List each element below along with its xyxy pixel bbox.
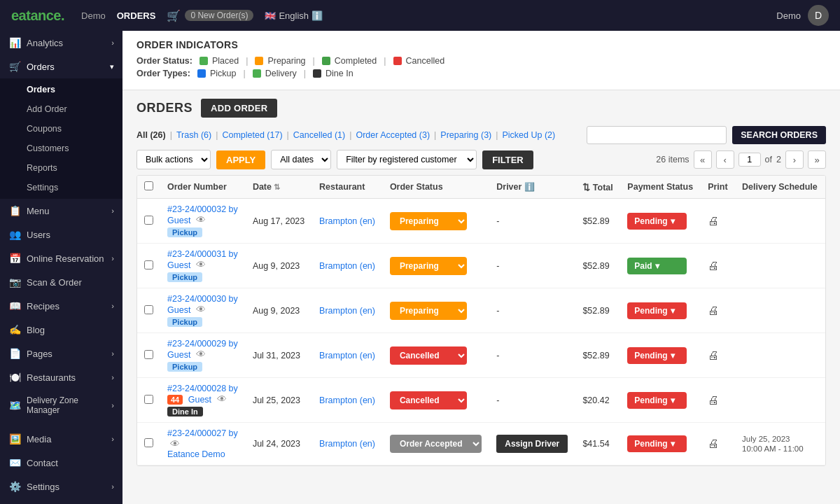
orders-nav-link[interactable]: ORDERS — [117, 10, 156, 21]
order-status-dropdown[interactable]: Preparing — [390, 302, 467, 320]
demo-nav-link[interactable]: Demo — [81, 10, 106, 21]
order-status-dropdown[interactable]: Cancelled — [390, 346, 467, 365]
language-selector[interactable]: 🇬🇧 English ℹ️ — [265, 10, 323, 21]
restaurant-link[interactable]: Brampton (en) — [319, 351, 375, 360]
payment-status-button[interactable]: Pending ▾ — [627, 302, 687, 319]
sidebar-item-restaurants[interactable]: 🍽️ Restaurants › — [0, 365, 122, 389]
order-customer-link[interactable]: Guest — [167, 350, 190, 360]
sidebar-item-analytics[interactable]: 📊 Analytics › — [0, 31, 122, 55]
tab-order-accepted[interactable]: Order Accepted (3) — [356, 130, 430, 140]
last-page-nav[interactable]: » — [808, 150, 826, 169]
order-customer-link[interactable]: Eatance Demo — [167, 449, 225, 459]
tab-cancelled[interactable]: Cancelled (1) — [293, 130, 345, 140]
sidebar-item-delivery-zone[interactable]: 🗺️ Delivery Zone Manager › — [0, 389, 122, 421]
order-customer-link[interactable]: Guest — [167, 305, 190, 315]
page-number-input[interactable] — [738, 153, 761, 167]
sidebar-item-recipes[interactable]: 📖 Recipes › — [0, 294, 122, 318]
order-status-dropdown[interactable]: Preparing — [390, 257, 467, 275]
tab-preparing[interactable]: Preparing (3) — [440, 130, 491, 140]
row-checkbox[interactable] — [144, 216, 153, 225]
sidebar-item-orders[interactable]: 🛒 Orders ▾ — [0, 55, 122, 78]
restaurant-link[interactable]: Brampton (en) — [319, 396, 375, 405]
payment-status-button[interactable]: Pending ▾ — [627, 435, 687, 452]
order-customer-link[interactable]: Guest — [167, 260, 190, 270]
cart-nav-button[interactable]: 🛒 0 New Order(s) — [167, 9, 253, 22]
driver-info-icon[interactable]: ℹ️ — [524, 182, 535, 192]
restaurant-link[interactable]: Brampton (en) — [319, 306, 375, 316]
payment-status-button[interactable]: Paid ▾ — [627, 258, 687, 274]
tab-trash[interactable]: Trash (6) — [176, 130, 211, 140]
order-number-link[interactable]: #23-24/000031 by — [167, 249, 239, 259]
sidebar-item-scan-order[interactable]: 📷 Scan & Order — [0, 270, 122, 294]
sidebar-item-media[interactable]: 🖼️ Media › — [0, 427, 122, 451]
restaurant-link[interactable]: Brampton (en) — [319, 216, 375, 226]
avatar[interactable]: D — [808, 5, 829, 26]
sidebar-sub-reports[interactable]: Reports — [0, 158, 122, 178]
view-order-icon[interactable]: 👁 — [196, 214, 206, 225]
view-order-icon[interactable]: 👁 — [196, 259, 206, 270]
tab-picked-up[interactable]: Picked Up (2) — [503, 130, 556, 140]
sidebar-sub-coupons[interactable]: Coupons — [0, 119, 122, 139]
order-status-dropdown[interactable]: Preparing — [390, 212, 467, 230]
tab-completed[interactable]: Completed (17) — [222, 130, 282, 140]
col-driver[interactable]: Driver ℹ️ — [489, 176, 575, 199]
col-total[interactable]: ⇅ Total — [575, 176, 620, 199]
print-icon[interactable]: 🖨 — [708, 304, 719, 316]
sidebar-item-online-reservation[interactable]: 📅 Online Reservation › — [0, 246, 122, 270]
prev-page-nav[interactable]: ‹ — [716, 150, 734, 169]
tab-all[interactable]: All (26) — [136, 130, 166, 140]
sidebar-item-settings[interactable]: ⚙️ Settings › — [0, 475, 122, 498]
print-icon[interactable]: 🖨 — [708, 215, 719, 227]
sidebar-sub-settings[interactable]: Settings — [0, 178, 122, 197]
order-number-link[interactable]: #23-24/000028 by — [167, 384, 239, 393]
payment-status-button[interactable]: Pending ▾ — [627, 347, 687, 364]
order-number-link[interactable]: #23-24/000030 by — [167, 294, 239, 304]
sidebar-item-users[interactable]: 👥 Users — [0, 223, 122, 246]
date-sort-icon[interactable]: ⇅ — [274, 183, 280, 191]
order-status-dropdown[interactable]: Order Accepted — [390, 435, 482, 453]
print-icon[interactable]: 🖨 — [708, 438, 719, 449]
print-icon[interactable]: 🖨 — [708, 349, 719, 361]
select-all-checkbox[interactable] — [144, 181, 153, 190]
sidebar-item-blog[interactable]: ✍️ Blog — [0, 318, 122, 342]
payment-status-button[interactable]: Pending ▾ — [627, 213, 687, 230]
row-checkbox[interactable] — [144, 438, 153, 447]
bulk-actions-select[interactable]: Bulk actions — [136, 150, 211, 169]
sidebar-sub-customers[interactable]: Customers — [0, 139, 122, 158]
order-number-link[interactable]: #23-24/000032 by — [167, 204, 239, 214]
view-order-icon[interactable]: 👁 — [196, 349, 206, 360]
row-checkbox[interactable] — [144, 350, 153, 359]
col-date[interactable]: Date ⇅ — [246, 176, 312, 199]
sidebar-item-menu[interactable]: 📋 Menu › — [0, 199, 122, 223]
sidebar-sub-orders[interactable]: Orders — [0, 80, 122, 99]
sidebar-sub-add-order[interactable]: Add Order — [0, 99, 122, 119]
customer-filter-select[interactable]: Filter by registered customer — [337, 150, 477, 169]
sidebar-item-wpml[interactable]: 🌐 WPML › — [0, 498, 122, 504]
row-checkbox[interactable] — [144, 260, 153, 270]
filter-button[interactable]: FILTER — [482, 150, 533, 169]
row-checkbox[interactable] — [144, 395, 153, 404]
row-checkbox[interactable] — [144, 305, 153, 314]
order-restaurant-cell[interactable]: Brampton (en) — [312, 199, 383, 244]
print-icon[interactable]: 🖨 — [708, 394, 719, 406]
sidebar-item-pages[interactable]: 📄 Pages › — [0, 342, 122, 365]
restaurant-link[interactable]: Brampton (en) — [319, 261, 375, 271]
view-order-icon[interactable]: 👁 — [217, 393, 227, 405]
payment-status-button[interactable]: Pending ▾ — [627, 392, 687, 409]
order-number-link[interactable]: #23-24/000029 by — [167, 339, 239, 349]
add-order-button[interactable]: ADD ORDER — [201, 99, 277, 118]
first-page-nav[interactable]: « — [694, 150, 712, 169]
order-customer-link[interactable]: Guest — [167, 216, 190, 225]
order-number-link[interactable]: #23-24/000027 by — [167, 428, 239, 438]
apply-button[interactable]: APPLY — [216, 150, 265, 169]
all-dates-select[interactable]: All dates — [271, 150, 331, 169]
order-status-dropdown[interactable]: Cancelled — [390, 391, 467, 410]
next-page-nav[interactable]: › — [785, 150, 804, 169]
view-order-icon[interactable]: 👁 — [196, 304, 206, 315]
search-orders-button[interactable]: SEARCH ORDERS — [732, 126, 826, 144]
print-icon[interactable]: 🖨 — [708, 260, 719, 272]
search-input[interactable] — [587, 126, 727, 144]
order-customer-link[interactable]: Guest — [188, 395, 211, 405]
assign-driver-button[interactable]: Assign Driver — [496, 435, 568, 453]
sidebar-item-contact[interactable]: ✉️ Contact — [0, 451, 122, 475]
